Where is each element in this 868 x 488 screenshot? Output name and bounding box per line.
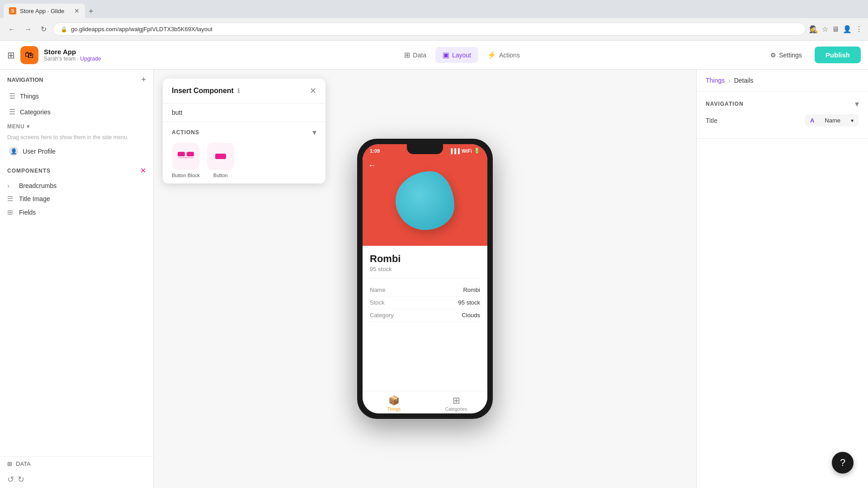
add-navigation-button[interactable]: + [141,75,146,84]
info-icon[interactable]: ℹ [237,87,240,94]
top-navbar: ⊞ 🛍 Store App Sarah's team · Upgrade ⊞ D… [0,41,868,70]
menu-label: MENU ▾ [7,123,146,130]
bottom-nav-things[interactable]: 📦 Things [363,395,425,412]
button-label: Button [213,173,228,178]
button-block-card[interactable]: Button Block [172,143,200,178]
button-card[interactable]: Button [207,143,234,178]
data-icon: ⊞ [7,460,12,467]
button-icon [207,143,234,170]
svg-rect-5 [215,154,226,159]
upgrade-link[interactable]: Upgrade [80,56,101,62]
sidebar-item-things[interactable]: ☰ Things [0,88,153,104]
breadcrumb-parent[interactable]: Things [706,77,725,84]
title-value-selector[interactable]: A Name ▾ [805,114,859,127]
app-icon: 🛍 [20,46,38,64]
incognito-icon: 🕵 [809,25,818,33]
tab-layout[interactable]: ▣ Layout [435,47,478,63]
right-panel-breadcrumb: Things › Details [697,70,868,92]
help-fab[interactable]: ? [832,452,854,474]
component-breadcrumbs[interactable]: › Breadcrumbs [7,179,146,192]
product-stock: 95 stock [370,266,480,272]
categories-nav-label: Categories [445,407,467,412]
data-section[interactable]: ⊞ DATA [0,456,153,471]
actions-toggle-icon[interactable]: ▾ [312,127,316,137]
nav-tabs: ⊞ Data ▣ Layout ⚡ Actions [161,47,763,63]
phone-screen: 1:09 ▐▐▐ WiFi 🔋 ← Rombi [363,144,487,413]
title-value-text: Name [825,117,840,124]
tab-actions[interactable]: ⚡ Actions [480,47,527,63]
grid-icon[interactable]: ⊞ [7,50,15,61]
close-panel-button[interactable]: ✕ [310,86,316,96]
menu-dots-icon: ⋮ [855,25,863,33]
components-title: COMPONENTS [7,168,51,174]
component-fields[interactable]: ⊞ Fields [7,206,146,219]
button-block-label: Button Block [172,173,200,178]
tab-close-button[interactable]: ✕ [74,7,80,14]
breadcrumb-separator: › [728,77,731,84]
bottom-toolbar: ↺ ↻ [0,471,153,488]
actions-tab-icon: ⚡ [487,51,496,59]
title-image-icon: ☰ [7,195,15,203]
expand-chevron-icon: ▾ [851,117,854,124]
app-container: ⊞ 🛍 Store App Sarah's team · Upgrade ⊞ D… [0,41,868,488]
insert-panel-header: Insert Component ℹ ✕ [163,79,326,103]
product-field-category: Category Clouds [370,309,480,322]
browser-nav-bar: ← → ↻ 🔒 go.glideapps.com/app/walgjFpIVLD… [0,18,868,40]
app-name: Store App [44,48,101,56]
right-nav-section-header: NAVIGATION ▾ [706,99,859,109]
phone-back-button[interactable]: ← [368,161,376,170]
tab-data[interactable]: ⊞ Data [397,47,434,63]
right-nav-title: NAVIGATION [706,101,744,107]
data-tab-icon: ⊞ [404,51,410,59]
phone-product-content: Rombi 95 stock Name Rombi Stock 95 stock [363,246,487,391]
components-section: COMPONENTS ✕ › Breadcrumbs ☰ Title Image… [0,162,153,223]
actions-section-title: ACTIONS [172,129,199,136]
tab-favicon: S [9,7,16,14]
add-component-button[interactable]: ✕ [140,166,146,175]
things-icon: ☰ [9,92,15,100]
url-text: go.glideapps.com/app/walgjFpIVLDTX3b5K69… [71,26,212,33]
right-panel: Things › Details NAVIGATION ▾ Title A Na… [696,70,868,488]
address-bar[interactable]: 🔒 go.glideapps.com/app/walgjFpIVLDTX3b5K… [53,23,806,36]
svg-text:S: S [11,9,14,14]
button-block-icon [172,143,199,170]
navigation-label[interactable]: NAVIGATION [7,76,43,83]
browser-tab-active[interactable]: S Store App · Glide ✕ [4,4,85,18]
components-grid: Button Block Button [172,143,316,178]
product-blob-image [396,171,454,230]
right-nav-toggle-icon[interactable]: ▾ [855,99,859,109]
data-tab-label: Data [413,52,426,59]
categories-nav-icon: ⊞ [453,395,460,406]
bottom-nav-categories[interactable]: ⊞ Categories [425,395,487,412]
new-tab-button[interactable]: + [87,5,95,18]
settings-button[interactable]: ⚙ Settings [763,48,809,62]
sidebar-item-categories[interactable]: ☰ Categories [0,104,153,120]
user-icon: 👤 [9,147,18,156]
redo-button[interactable]: ↻ [18,474,24,484]
back-button[interactable]: ← [5,23,18,35]
signal-icon: ▐▐▐ [449,148,459,154]
undo-button[interactable]: ↺ [7,474,14,484]
component-search-input[interactable] [163,103,326,122]
fields-icon: ⊞ [7,208,15,216]
phone-hero-image: ← [363,155,487,246]
field-label-name: Name [370,286,386,293]
user-profile-item[interactable]: 👤 User Profile [7,144,146,159]
publish-button[interactable]: Publish [815,47,861,63]
center-area: Insert Component ℹ ✕ ACTIONS ▾ [154,70,696,488]
user-profile-label: User Profile [23,148,56,155]
navigation-section-header: NAVIGATION + [0,70,153,88]
breadcrumb-current: Details [734,77,754,84]
refresh-button[interactable]: ↻ [38,23,49,35]
field-value-category: Clouds [462,312,480,319]
battery-icon: 🔋 [474,148,480,154]
forward-button[interactable]: → [22,23,34,35]
desktop-icon: 🖥 [832,25,839,33]
phone-mockup: 1:09 ▐▐▐ WiFi 🔋 ← Rombi [357,139,493,419]
add-x-icon: ✕ [140,167,146,174]
app-name-area: Store App Sarah's team · Upgrade [44,48,101,62]
things-nav-icon: 📦 [388,395,400,406]
insert-panel-title: Insert Component ℹ [172,87,240,95]
breadcrumbs-label: Breadcrumbs [19,182,57,189]
component-title-image[interactable]: ☰ Title Image [7,192,146,206]
